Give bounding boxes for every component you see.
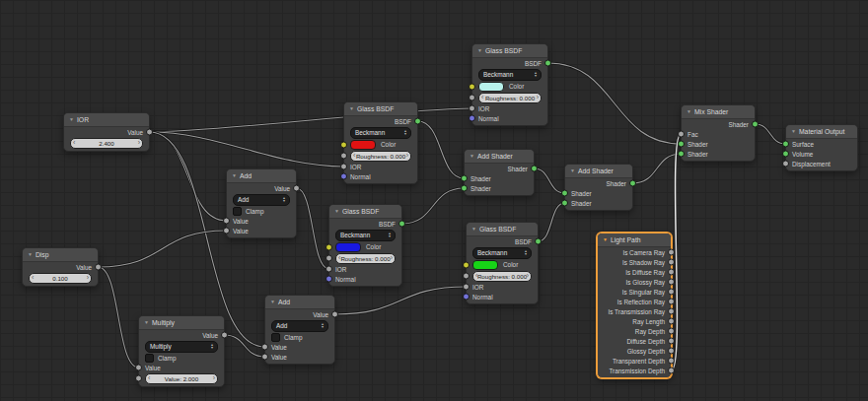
value-slider[interactable]: ‹›Value: 2.000 [145, 373, 218, 384]
socket-add1-value1[interactable] [223, 218, 230, 225]
slider-left-arrow-icon[interactable]: ‹ [353, 152, 355, 159]
node-header-addshader2[interactable]: ▼Add Shader [565, 165, 632, 178]
socket-mixshader-shader1[interactable] [678, 141, 685, 148]
socket-multiply-value2[interactable] [135, 375, 142, 382]
socket-add2-value[interactable] [331, 311, 338, 318]
socket-lightpath-is_singular_ray[interactable] [668, 289, 675, 296]
node-lightpath[interactable]: ▼Light PathIs Camera RayIs Shadow RayIs … [597, 233, 672, 378]
value-slider[interactable]: ‹›2.400 [70, 138, 143, 149]
slider-left-arrow-icon[interactable]: ‹ [475, 272, 477, 279]
slider-right-arrow-icon[interactable]: › [527, 272, 529, 279]
socket-glass_red-normal[interactable] [340, 173, 347, 180]
color-swatch[interactable] [472, 260, 498, 270]
slider-left-arrow-icon[interactable]: ‹ [32, 274, 34, 281]
collapse-icon[interactable]: ▼ [470, 154, 474, 159]
socket-glass_cyan-roughness[interactable] [469, 95, 475, 101]
slider-left-arrow-icon[interactable]: ‹ [73, 139, 75, 146]
collapse-icon[interactable]: ▼ [791, 129, 796, 134]
value-slider[interactable]: ‹›Roughness: 0.000 [478, 93, 542, 103]
collapse-icon[interactable]: ▼ [232, 173, 237, 178]
socket-addshader1-shader[interactable] [531, 166, 538, 172]
collapse-icon[interactable]: ▼ [69, 117, 74, 122]
clamp-checkbox[interactable] [271, 333, 280, 342]
node-header-output[interactable]: ▼Material Output [786, 125, 857, 139]
socket-lightpath-transmission_depth[interactable] [668, 368, 675, 374]
slider-left-arrow-icon[interactable]: ‹ [481, 94, 483, 100]
node-header-lightpath[interactable]: ▼Light Path [598, 234, 671, 247]
node-multiply[interactable]: ▼MultiplyValueMultiply▴▾ClampValue‹›Valu… [138, 315, 225, 387]
node-header-glass_green[interactable]: ▼Glass BSDF [467, 223, 538, 236]
socket-addshader1-shader2[interactable] [461, 185, 468, 192]
mode-dropdown[interactable]: Beckmann▴▾ [472, 247, 532, 259]
node-add1[interactable]: ▼AddValueAdd▴▾ClampValueValue [226, 168, 297, 238]
socket-add2-value1[interactable] [261, 344, 268, 351]
node-mixshader[interactable]: ▼Mix ShaderShaderFacShaderShader [681, 104, 756, 162]
socket-glass_green-bsdf[interactable] [535, 238, 542, 245]
socket-add1-value[interactable] [293, 185, 300, 192]
socket-glass_green-normal[interactable] [463, 294, 470, 301]
node-glass_cyan[interactable]: ▼Glass BSDFBSDFBeckmann▴▾Color‹›Roughnes… [471, 43, 548, 126]
slider-left-arrow-icon[interactable]: ‹ [338, 254, 340, 261]
collapse-icon[interactable]: ▼ [28, 252, 33, 257]
socket-lightpath-is_diffuse_ray[interactable] [668, 269, 675, 276]
socket-add2-value2[interactable] [261, 354, 268, 361]
clamp-checkbox[interactable] [145, 354, 154, 363]
socket-lightpath-is_glossy_ray[interactable] [668, 279, 675, 286]
color-swatch[interactable] [335, 242, 361, 252]
slider-right-arrow-icon[interactable]: › [537, 94, 539, 100]
socket-output-volume[interactable] [782, 151, 789, 158]
node-editor-canvas[interactable]: ▼IORValue‹›2.400▼DispValue‹›0.100▼Multip… [0, 0, 868, 401]
value-slider[interactable]: ‹›Roughness: 0.000 [350, 151, 411, 162]
socket-mixshader-fac[interactable] [678, 131, 685, 138]
socket-glass_blue-ior[interactable] [326, 266, 332, 273]
node-output[interactable]: ▼Material OutputSurfaceVolumeDisplacemen… [785, 124, 858, 171]
socket-multiply-value1[interactable] [135, 365, 142, 371]
mode-dropdown[interactable]: Add▴▾ [233, 194, 290, 206]
socket-glass_cyan-bsdf[interactable] [544, 60, 551, 67]
socket-lightpath-diffuse_depth[interactable] [668, 338, 675, 345]
slider-right-arrow-icon[interactable]: › [138, 139, 140, 146]
socket-lightpath-glossy_depth[interactable] [668, 348, 675, 355]
collapse-icon[interactable]: ▼ [570, 168, 575, 173]
socket-lightpath-is_reflection_ray[interactable] [668, 299, 675, 305]
node-header-addshader1[interactable]: ▼Add Shader [465, 150, 534, 164]
node-header-mixshader[interactable]: ▼Mix Shader [682, 105, 755, 119]
socket-glass_blue-roughness[interactable] [326, 255, 332, 262]
socket-glass_red-roughness[interactable] [340, 153, 347, 160]
clamp-checkbox[interactable] [233, 207, 242, 216]
collapse-icon[interactable]: ▼ [687, 109, 691, 114]
collapse-icon[interactable]: ▼ [334, 209, 339, 214]
value-slider[interactable]: ‹›0.100 [29, 273, 92, 284]
socket-glass_green-color[interactable] [463, 261, 470, 268]
socket-glass_red-color[interactable] [340, 141, 347, 148]
socket-glass_blue-normal[interactable] [326, 276, 332, 283]
mode-dropdown[interactable]: Beckmann▴▾ [350, 127, 411, 139]
socket-lightpath-ray_depth[interactable] [668, 328, 675, 335]
slider-right-arrow-icon[interactable]: › [391, 254, 393, 261]
slider-right-arrow-icon[interactable]: › [213, 374, 215, 381]
socket-output-displacement[interactable] [782, 161, 789, 167]
node-header-glass_cyan[interactable]: ▼Glass BSDF [472, 44, 547, 58]
socket-add1-value2[interactable] [223, 228, 230, 234]
node-disp[interactable]: ▼DispValue‹›0.100 [22, 247, 99, 287]
collapse-icon[interactable]: ▼ [471, 227, 476, 232]
slider-left-arrow-icon[interactable]: ‹ [148, 374, 150, 381]
mode-dropdown[interactable]: Beckmann▴▾ [335, 230, 396, 241]
socket-mixshader-shader[interactable] [752, 121, 759, 128]
node-header-multiply[interactable]: ▼Multiply [139, 316, 224, 330]
socket-output-surface[interactable] [782, 141, 789, 148]
color-swatch[interactable] [350, 140, 376, 150]
socket-addshader2-shader1[interactable] [561, 190, 568, 197]
socket-addshader1-shader1[interactable] [461, 175, 468, 182]
mode-dropdown[interactable]: Multiply▴▾ [145, 341, 218, 353]
mode-dropdown[interactable]: Beckmann▴▾ [478, 69, 542, 81]
socket-lightpath-is_transmission_ray[interactable] [668, 308, 675, 315]
node-header-add2[interactable]: ▼Add [265, 296, 334, 309]
socket-lightpath-ray_length[interactable] [668, 318, 675, 325]
socket-glass_red-bsdf[interactable] [414, 118, 421, 125]
node-ior[interactable]: ▼IORValue‹›2.400 [63, 112, 150, 152]
socket-lightpath-transparent_depth[interactable] [668, 358, 675, 365]
node-header-add1[interactable]: ▼Add [227, 169, 296, 183]
collapse-icon[interactable]: ▼ [603, 237, 608, 242]
socket-glass_blue-bsdf[interactable] [398, 221, 405, 228]
